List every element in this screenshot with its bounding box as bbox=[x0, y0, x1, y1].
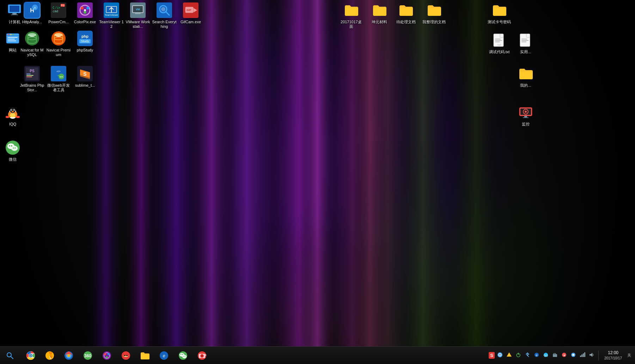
svg-text:C:\>: C:\> bbox=[53, 6, 60, 10]
svg-point-16 bbox=[81, 7, 84, 10]
desktop-icon-folder-testcard[interactable]: 测试卡号密码 bbox=[487, 2, 512, 24]
tray-icon-5[interactable] bbox=[551, 351, 559, 360]
desktop-icon-powercmd-label: PowerCm... bbox=[48, 20, 68, 24]
taskbar: 360 bbox=[0, 346, 635, 364]
taskbar-app-ie2[interactable]: e bbox=[155, 348, 173, 363]
taskbar-app-folder[interactable] bbox=[136, 348, 154, 363]
desktop-icon-sublime[interactable]: S sublime_t... bbox=[72, 65, 98, 88]
desktop-icon-wechat-dev[interactable]: </> wx 微信web开发者工具 bbox=[46, 65, 71, 92]
taskbar-search-btn[interactable] bbox=[2, 348, 18, 363]
taskbar-app-firefox[interactable] bbox=[60, 348, 78, 363]
desktop-icon-folder-20171017[interactable]: 20171017桌面 bbox=[338, 2, 364, 29]
svg-point-143 bbox=[201, 355, 203, 357]
desktop-icon-file-shiyon-label: 实用... bbox=[520, 50, 531, 54]
tray-icon-2[interactable] bbox=[505, 351, 513, 360]
svg-text:wx: wx bbox=[59, 75, 63, 78]
svg-point-40 bbox=[13, 34, 14, 35]
svg-point-39 bbox=[10, 34, 12, 35]
svg-rect-57 bbox=[495, 39, 501, 39]
svg-point-117 bbox=[67, 354, 70, 357]
svg-rect-144 bbox=[204, 354, 206, 356]
desktop-icon-sublime-label: sublime_t... bbox=[75, 83, 95, 88]
taskbar-app-thunder[interactable] bbox=[41, 348, 59, 363]
svg-rect-89 bbox=[6, 116, 9, 118]
svg-point-122 bbox=[104, 353, 106, 355]
svg-point-147 bbox=[499, 354, 501, 356]
svg-point-103 bbox=[13, 148, 14, 149]
desktop-icon-folder-mine[interactable]: 我整理的文档 bbox=[421, 2, 447, 24]
desktop-icon-phpstudy[interactable]: php Study phpStudy bbox=[72, 30, 98, 53]
tray-icon-qq[interactable]: QQ bbox=[542, 351, 550, 360]
svg-point-95 bbox=[525, 111, 527, 113]
desktop-icon-folder-kunyan[interactable]: 坤元材料 bbox=[367, 2, 392, 24]
clock-date: 2017/10/17 bbox=[604, 356, 622, 361]
system-clock[interactable]: 12:00 2017/10/17 bbox=[602, 350, 625, 361]
system-tray: S e QQ ★ bbox=[486, 347, 635, 364]
svg-point-129 bbox=[126, 355, 128, 356]
tray-icon-sogou[interactable]: S bbox=[489, 352, 495, 359]
svg-point-102 bbox=[11, 146, 18, 151]
desktop: 计算机 H A HttpAnaly... C:\> cmd bbox=[0, 0, 635, 364]
svg-rect-163 bbox=[583, 353, 584, 357]
svg-point-17 bbox=[86, 7, 89, 10]
svg-rect-97 bbox=[523, 117, 529, 118]
tray-icon-ie[interactable]: e bbox=[533, 351, 541, 360]
taskbar-app-cam[interactable] bbox=[193, 348, 211, 363]
svg-rect-63 bbox=[521, 40, 529, 41]
desktop-icon-file-txt[interactable]: TXT 调试代码.txt bbox=[487, 32, 512, 54]
svg-point-101 bbox=[11, 145, 12, 147]
desktop-icon-iqq[interactable]: IQQ bbox=[0, 104, 25, 127]
tray-icon-6[interactable]: ★ bbox=[560, 351, 568, 360]
svg-rect-59 bbox=[495, 42, 500, 42]
tray-icon-power[interactable] bbox=[514, 351, 522, 360]
taskbar-app-wechat[interactable] bbox=[174, 348, 192, 363]
svg-rect-70 bbox=[26, 76, 32, 77]
desktop-icon-jiankong[interactable]: 监控 bbox=[513, 104, 538, 127]
desktop-icon-powercmd[interactable]: C:\> cmd PS PowerCm... bbox=[46, 2, 71, 24]
tray-icon-7[interactable] bbox=[569, 351, 577, 360]
desktop-icon-wode[interactable]: 我的... bbox=[513, 65, 538, 88]
desktop-icon-navicat-mysql-label: Navicat for MySQL bbox=[20, 48, 44, 57]
tray-icon-volume[interactable] bbox=[588, 351, 596, 360]
taskbar-app-colorpix[interactable] bbox=[98, 348, 116, 363]
desktop-icon-phpstudy-label: phpStudy bbox=[77, 48, 93, 53]
desktop-icon-file-shiyon[interactable]: 实用... bbox=[513, 32, 538, 54]
desktop-icon-vmware[interactable]: VM VMware Workstati... bbox=[125, 2, 151, 29]
taskbar-app-360[interactable]: 360 bbox=[79, 348, 97, 363]
desktop-icon-gifcam-label: GifCam.exe bbox=[181, 20, 201, 24]
desktop-icon-phpstorm[interactable]: PS JetBrains PhpStor... bbox=[19, 65, 45, 92]
svg-text:A: A bbox=[34, 6, 36, 10]
desktop-icon-navicat-premium[interactable]: Nav Navicat Premium bbox=[46, 30, 71, 57]
svg-point-138 bbox=[183, 356, 184, 357]
desktop-icon-gifcam[interactable]: GIF GifCam.exe bbox=[178, 2, 203, 24]
desktop-icon-computer-label: 计算机 bbox=[9, 20, 20, 24]
svg-rect-43 bbox=[8, 41, 16, 41]
desktop-icon-http-analyzer[interactable]: H A HttpAnaly... bbox=[19, 2, 45, 24]
desktop-icon-wechat[interactable]: 微信 bbox=[0, 139, 25, 162]
tray-icon-bluetooth[interactable] bbox=[524, 351, 531, 360]
svg-marker-165 bbox=[590, 353, 592, 357]
svg-line-106 bbox=[11, 357, 13, 359]
svg-point-139 bbox=[185, 356, 185, 357]
tray-icon-network[interactable] bbox=[579, 351, 586, 360]
desktop-icon-iqq-label: IQQ bbox=[9, 122, 16, 127]
tray-power[interactable]: 关 bbox=[626, 352, 632, 359]
svg-point-137 bbox=[182, 355, 187, 358]
svg-rect-164 bbox=[584, 352, 585, 357]
svg-point-50 bbox=[54, 37, 63, 40]
svg-point-160 bbox=[572, 354, 574, 356]
desktop-icon-colorpix[interactable]: ColorPix.exe bbox=[72, 2, 98, 24]
svg-text:VM: VM bbox=[136, 8, 140, 11]
desktop-icon-search-everything[interactable]: Search Everything bbox=[152, 2, 177, 29]
svg-rect-3 bbox=[11, 14, 18, 15]
desktop-icon-teamviewer[interactable]: TeamViewer TeamViewer 12 bbox=[99, 2, 124, 29]
desktop-icon-navicat-mysql[interactable]: Nav Navicat for MySQL bbox=[19, 30, 45, 57]
svg-text:S: S bbox=[83, 71, 86, 77]
svg-rect-130 bbox=[125, 357, 127, 358]
svg-point-105 bbox=[7, 353, 11, 357]
tray-icon-1[interactable] bbox=[496, 351, 504, 360]
taskbar-app-chrome[interactable] bbox=[22, 348, 39, 363]
svg-text:QQ: QQ bbox=[544, 354, 548, 357]
desktop-icon-folder-process[interactable]: 待处理文档 bbox=[393, 2, 419, 24]
taskbar-app-mario[interactable] bbox=[117, 348, 135, 363]
